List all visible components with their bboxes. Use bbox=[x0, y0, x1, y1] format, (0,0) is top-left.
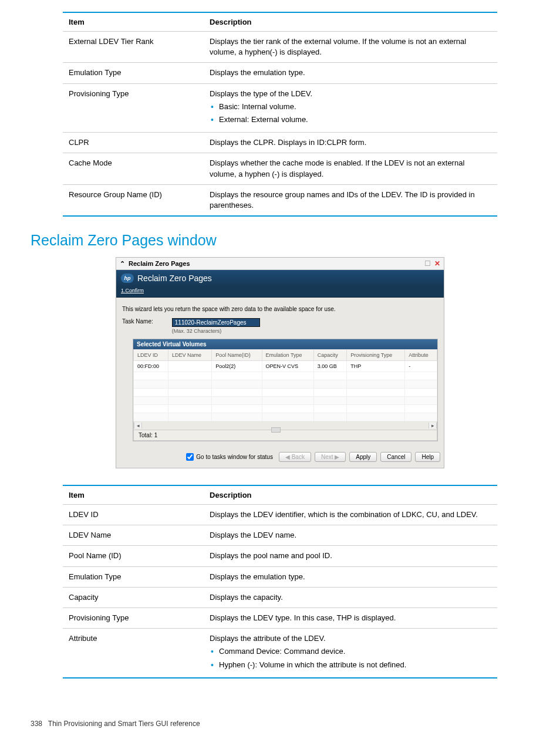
table-row: Provisioning Type Displays the type of t… bbox=[63, 83, 497, 133]
footer-text: Thin Provisioning and Smart Tiers GUI re… bbox=[48, 720, 200, 728]
back-button[interactable]: ◀ Back bbox=[279, 452, 311, 462]
table-row: Resource Group Name (ID) Displays the re… bbox=[63, 184, 497, 216]
table-2: Item Description LDEV ID Displays the LD… bbox=[63, 485, 497, 679]
table-row: Attribute Displays the attribute of the … bbox=[63, 629, 497, 678]
cell-item: Attribute bbox=[63, 629, 204, 678]
cell-desc: Displays the LDEV identifier, which is t… bbox=[204, 505, 497, 525]
collapse-icon[interactable]: ⌃ bbox=[120, 260, 125, 268]
go-to-tasks-checkbox[interactable]: Go to tasks window for status bbox=[186, 453, 273, 461]
cell-desc: Displays the pool name and pool ID. bbox=[204, 546, 497, 566]
table-row bbox=[134, 413, 437, 421]
task-name-hint: (Max. 32 Characters) bbox=[172, 328, 260, 334]
page-number: 338 bbox=[31, 720, 42, 728]
cell-pool: Pool2(2) bbox=[212, 361, 262, 372]
total-row: Total: 1 bbox=[133, 430, 437, 441]
scroll-grip[interactable] bbox=[271, 427, 281, 433]
window-titlebar: ⌃ Reclaim Zero Pages ☐ ✕ bbox=[116, 258, 444, 270]
apply-button[interactable]: Apply bbox=[349, 452, 377, 462]
cell-item: Provisioning Type bbox=[63, 83, 204, 133]
cell-ldev-name bbox=[168, 361, 211, 372]
cell-desc: Displays the tier rank of the external v… bbox=[204, 32, 497, 63]
window-title: Reclaim Zero Pages bbox=[129, 260, 190, 267]
cell-attr: - bbox=[405, 361, 437, 372]
table-row: LDEV Name Displays the LDEV name. bbox=[63, 525, 497, 546]
close-icon[interactable]: ✕ bbox=[434, 259, 440, 268]
cell-desc: Displays the resource group names and ID… bbox=[204, 184, 497, 216]
cell-desc: Displays the type of the LDEV. Basic: In… bbox=[204, 83, 497, 133]
th-desc: Description bbox=[204, 485, 497, 505]
table-row: Provisioning Type Displays the LDEV type… bbox=[63, 608, 497, 629]
checkbox-label: Go to tasks window for status bbox=[196, 454, 273, 460]
list-item: Command Device: Command device. bbox=[211, 646, 491, 657]
task-name-input[interactable]: 111020-ReclaimZeroPages bbox=[172, 318, 260, 327]
list-item: External: External volume. bbox=[211, 114, 491, 125]
cell-desc: Displays the CLPR. Displays in ID:CLPR f… bbox=[204, 133, 497, 153]
table-row bbox=[134, 405, 437, 413]
section-title: Reclaim Zero Pages window bbox=[31, 232, 560, 249]
table-row: CLPR Displays the CLPR. Displays in ID:C… bbox=[63, 133, 497, 153]
wizard-step-confirm[interactable]: 1.Confirm bbox=[121, 288, 144, 293]
scroll-left-icon[interactable]: ◂ bbox=[134, 423, 142, 428]
horizontal-scrollbar[interactable]: ◂ ▸ bbox=[133, 421, 437, 430]
cell-item: Emulation Type bbox=[63, 566, 204, 587]
wizard-intro: This wizard lets you return the space wi… bbox=[122, 306, 438, 312]
table-row: External LDEV Tier Rank Displays the tie… bbox=[63, 32, 497, 63]
cell-desc: Displays the LDEV type. In this case, TH… bbox=[204, 608, 497, 629]
cell-item: Emulation Type bbox=[63, 63, 204, 83]
selected-volumes-table: LDEV ID LDEV Name Pool Name(ID) Emulatio… bbox=[133, 349, 437, 421]
table-1: Item Description External LDEV Tier Rank… bbox=[63, 12, 497, 217]
cell-desc: Displays the capacity. bbox=[204, 587, 497, 607]
col-pool: Pool Name(ID) bbox=[212, 350, 262, 361]
th-item: Item bbox=[63, 485, 204, 505]
page-footer: 338 Thin Provisioning and Smart Tiers GU… bbox=[31, 720, 560, 728]
table-row bbox=[134, 389, 437, 397]
table-row: LDEV ID Displays the LDEV identifier, wh… bbox=[63, 505, 497, 525]
cancel-button[interactable]: Cancel bbox=[380, 452, 411, 462]
cell-item: CLPR bbox=[63, 133, 204, 153]
table-row: Emulation Type Displays the emulation ty… bbox=[63, 566, 497, 587]
cell-desc: Displays the emulation type. bbox=[204, 63, 497, 83]
banner: hp Reclaim Zero Pages bbox=[116, 270, 444, 286]
list-item: Hyphen (-): Volume in which the attribut… bbox=[211, 660, 491, 670]
cell-prov: THP bbox=[347, 361, 405, 372]
cell-item: Cache Mode bbox=[63, 153, 204, 184]
th-item: Item bbox=[63, 12, 204, 32]
col-provisioning: Provisioning Type bbox=[347, 350, 405, 361]
next-button[interactable]: Next ▶ bbox=[315, 452, 346, 462]
selected-volumes-header: Selected Virtual Volumes bbox=[133, 339, 437, 349]
table-row: Cache Mode Displays whether the cache mo… bbox=[63, 153, 497, 184]
task-name-label: Task Name: bbox=[122, 318, 153, 325]
reclaim-zero-pages-window: ⌃ Reclaim Zero Pages ☐ ✕ hp Reclaim Zero… bbox=[116, 257, 444, 468]
banner-title: Reclaim Zero Pages bbox=[137, 274, 212, 283]
table-row bbox=[134, 397, 437, 405]
cell-item: External LDEV Tier Rank bbox=[63, 32, 204, 63]
table-row: Pool Name (ID) Displays the pool name an… bbox=[63, 546, 497, 566]
checkbox-input[interactable] bbox=[186, 453, 194, 461]
cell-desc: Displays the LDEV name. bbox=[204, 525, 497, 546]
wizard-footer: Go to tasks window for status ◀ Back Nex… bbox=[116, 447, 444, 468]
maximize-icon[interactable]: ☐ bbox=[424, 259, 431, 268]
cell-desc: Displays the attribute of the LDEV. Comm… bbox=[204, 629, 497, 678]
cell-item: LDEV Name bbox=[63, 525, 204, 546]
cell-desc: Displays whether the cache mode is enabl… bbox=[204, 153, 497, 184]
cell-item: Provisioning Type bbox=[63, 608, 204, 629]
help-button[interactable]: Help bbox=[415, 452, 440, 462]
cell-desc: Displays the emulation type. bbox=[204, 566, 497, 587]
cell-item: LDEV ID bbox=[63, 505, 204, 525]
table-row: Capacity Displays the capacity. bbox=[63, 587, 497, 607]
col-attribute: Attribute bbox=[405, 350, 437, 361]
col-ldev-name: LDEV Name bbox=[168, 350, 211, 361]
cell-item: Resource Group Name (ID) bbox=[63, 184, 204, 216]
table-row[interactable]: 00:FD:00 Pool2(2) OPEN-V CVS 3.00 GB THP… bbox=[134, 361, 437, 372]
col-capacity: Capacity bbox=[313, 350, 347, 361]
table-row bbox=[134, 372, 437, 380]
col-emulation: Emulation Type bbox=[262, 350, 313, 361]
table-row bbox=[134, 380, 437, 389]
cell-emu: OPEN-V CVS bbox=[262, 361, 313, 372]
cell-item: Capacity bbox=[63, 587, 204, 607]
cell-cap: 3.00 GB bbox=[313, 361, 347, 372]
scroll-right-icon[interactable]: ▸ bbox=[429, 423, 437, 428]
hp-logo-icon: hp bbox=[121, 274, 134, 283]
cell-item: Pool Name (ID) bbox=[63, 546, 204, 566]
th-desc: Description bbox=[204, 12, 497, 32]
